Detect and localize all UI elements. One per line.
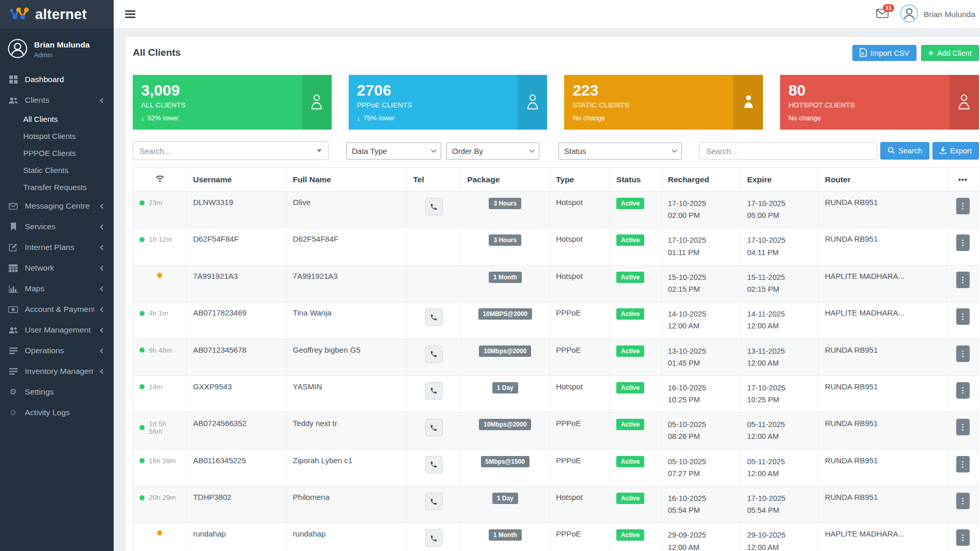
call-button[interactable] <box>425 456 443 474</box>
table-row: 9h 48mAB0712345678Geoffrey bigben G510Mb… <box>133 339 979 375</box>
sidebar-item-inventory-management[interactable]: Inventory Management <box>0 361 114 382</box>
row-actions-button[interactable]: ⋮ <box>956 272 970 288</box>
money-icon <box>8 306 18 313</box>
row-actions-button[interactable]: ⋮ <box>956 456 970 473</box>
cell-expire: 15-11-202502:15 PM <box>741 265 818 302</box>
column-header-actions[interactable]: ••• <box>947 168 978 192</box>
order-by-select[interactable]: Order By <box>446 143 539 160</box>
status-badge: Active <box>616 272 644 283</box>
add-client-button[interactable]: + Add Client <box>921 45 979 61</box>
cell-tel <box>407 523 461 551</box>
sidebar-item-label: Activity Logs <box>25 408 105 417</box>
import-csv-button[interactable]: x Import CSV <box>852 45 916 61</box>
cell-expire: 17-10-202504:11 PM <box>741 228 818 265</box>
status-select[interactable]: Status <box>558 143 682 160</box>
sidebar-subitem-transfer-requests[interactable]: Transfer Requests <box>0 179 114 196</box>
cell-connection: 1h 12m <box>133 228 187 265</box>
client-search-placeholder: Search... <box>139 147 317 155</box>
column-header-tel[interactable]: Tel <box>407 168 461 192</box>
stat-card-static-clients: 223STATIC CLIENTSNo change <box>564 75 763 130</box>
brand-logo[interactable]: alternet <box>0 0 114 29</box>
row-actions-button[interactable]: ⋮ <box>956 493 970 509</box>
search-input[interactable] <box>699 142 877 160</box>
client-search-select[interactable]: Search... <box>133 141 329 160</box>
sidebar-item-label: Operations <box>25 346 94 355</box>
row-actions-button[interactable]: ⋮ <box>956 345 970 362</box>
sidebar-item-operations[interactable]: Operations <box>0 340 114 361</box>
uptime-label: 9h 48m <box>149 347 172 354</box>
sidebar-item-clients[interactable]: Clients <box>0 90 114 111</box>
row-actions-button[interactable]: ⋮ <box>956 382 970 399</box>
sidebar-subitem-static-clients[interactable]: Static Clients <box>0 162 114 179</box>
stat-card-all-clients: 3,009ALL CLIENTS↓52% lower <box>133 75 332 130</box>
cell-recharged: 13-10-202501:45 PM <box>661 339 741 375</box>
chevron-left-icon <box>100 98 105 103</box>
column-header-full-name[interactable]: Full Name <box>286 168 407 192</box>
search-button[interactable]: Search <box>880 142 929 160</box>
column-header-recharged[interactable]: Recharged <box>661 168 741 192</box>
online-status-dot <box>139 348 145 353</box>
cell-tel <box>407 228 461 265</box>
export-button[interactable]: Export <box>932 142 979 160</box>
row-actions-button[interactable]: ⋮ <box>956 234 970 251</box>
sidebar-item-activity-logs[interactable]: ☺Activity Logs <box>0 402 114 423</box>
offline-status-dot <box>157 530 162 536</box>
cell-tel <box>407 413 461 449</box>
column-header-connection[interactable] <box>133 168 187 192</box>
call-button[interactable] <box>425 493 443 510</box>
cell-connection <box>133 265 187 302</box>
column-header-router[interactable]: Router <box>818 168 947 192</box>
call-button[interactable] <box>425 419 443 436</box>
column-header-username[interactable]: Username <box>186 168 286 192</box>
cell-expire: 17-10-202505:00 PM <box>741 192 818 228</box>
call-button[interactable] <box>425 345 443 363</box>
sidebar-item-account-payments[interactable]: Account & Payments <box>0 299 114 320</box>
sidebar-subitem-all-clients[interactable]: All Clients <box>0 111 114 128</box>
sidebar-subitem-pppoe-clients[interactable]: PPPOE Clients <box>0 145 114 162</box>
sidebar-item-user-management[interactable]: User Management <box>0 320 114 340</box>
envelope-icon <box>876 11 889 20</box>
sidebar-item-messaging-centre[interactable]: Messaging Centre <box>0 196 114 216</box>
gear-icon: ⚙ <box>8 388 18 396</box>
call-button[interactable] <box>425 382 443 400</box>
cell-package: 1 Day <box>461 486 550 523</box>
call-button[interactable] <box>425 308 443 326</box>
column-header-package[interactable]: Package <box>461 168 550 192</box>
call-button[interactable] <box>425 529 443 547</box>
row-actions-button[interactable]: ⋮ <box>956 419 970 435</box>
sidebar-item-network[interactable]: Network <box>0 258 114 278</box>
status-badge: Active <box>616 493 644 504</box>
cell-username: DLNW3319 <box>186 192 286 228</box>
row-actions-button[interactable]: ⋮ <box>956 198 970 214</box>
row-actions-button[interactable]: ⋮ <box>956 308 970 325</box>
column-header-expire[interactable]: Expire <box>741 168 818 192</box>
sidebar-item-dashboard[interactable]: Dashboard <box>0 69 114 90</box>
table-body: 23mDLNW3319Olive3 HoursHotspotActive17-1… <box>133 192 979 551</box>
menu-toggle-button[interactable] <box>125 9 135 20</box>
sidebar-item-internet-plans[interactable]: Internet Plans <box>0 237 114 258</box>
online-status-dot <box>139 384 145 389</box>
uptime-label: 1h 12m <box>149 235 172 243</box>
messages-button[interactable]: 11 <box>876 9 889 20</box>
cell-connection: 9h 48m <box>133 339 187 375</box>
sidebar-subitem-hotspot-clients[interactable]: Hotspot Clients <box>0 128 114 145</box>
uptime-label: 24m <box>149 383 162 391</box>
cell-connection: 24m <box>133 375 187 412</box>
sidebar-item-label: Account & Payments <box>25 305 94 314</box>
sidebar-item-services[interactable]: Services <box>0 216 114 237</box>
column-header-type[interactable]: Type <box>550 168 610 192</box>
sidebar-item-label: Messaging Centre <box>25 201 94 211</box>
call-button[interactable] <box>425 198 443 215</box>
table-row: 1d 5h 56mAB0724566352Teddy next tr10Mbps… <box>133 413 979 449</box>
user-menu-button[interactable]: Brian Mulunda <box>900 4 980 25</box>
column-header-status[interactable]: Status <box>610 168 662 192</box>
cell-status: Active <box>610 375 662 412</box>
table-row: 16h 39mAB0116345225Ziporah Lyben c15Mbps… <box>133 449 979 486</box>
sidebar-item-maps[interactable]: Maps <box>0 278 114 299</box>
sidebar-item-settings[interactable]: ⚙Settings <box>0 382 114 402</box>
main-area: 11 Brian Mulunda <box>114 0 980 551</box>
cell-expire: 17-10-202510:25 PM <box>741 375 818 412</box>
data-type-select[interactable]: Data Type <box>346 143 441 160</box>
edit-icon <box>8 243 18 251</box>
row-actions-button[interactable]: ⋮ <box>956 529 970 546</box>
